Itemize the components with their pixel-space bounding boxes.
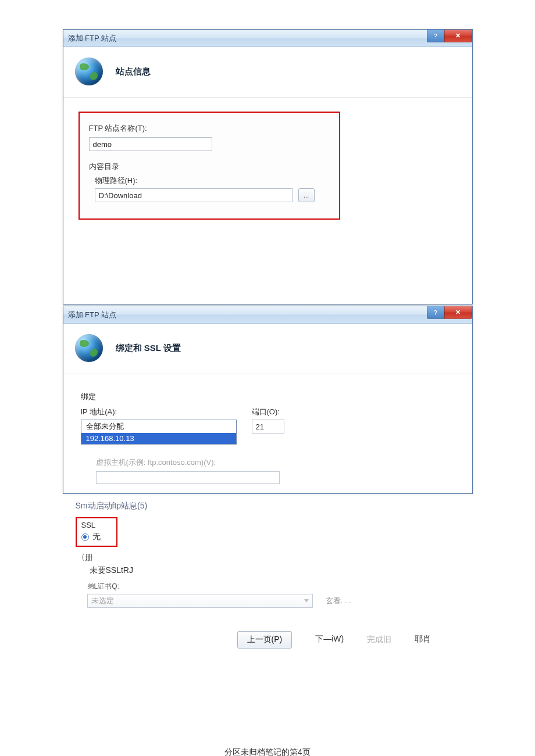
dialog-ftp-site-info: 添加 FTP 站点 ? ✕ 站点信息 FTP 站点名称(T): 内容目录 物理路… xyxy=(63,29,473,304)
dialog-header-1: 站点信息 xyxy=(63,47,472,98)
nav-row: 上一页(P) 下—iW) 完成旧 耶肖 xyxy=(63,631,473,648)
require-ssl-text: 未要SSLtRJ xyxy=(90,565,460,576)
globe-icon xyxy=(75,58,103,85)
fragment-zone: Sm动启动ftp站息(5) SSL 无 〈册 未要SSLtRJ 弟L证书Q: 未… xyxy=(63,501,473,608)
cert-label: 弟L证书Q: xyxy=(87,582,460,592)
radio-icon xyxy=(81,533,89,541)
cert-select[interactable]: 未选定 xyxy=(87,594,313,608)
prev-button[interactable]: 上一页(P) xyxy=(237,631,293,648)
port-input[interactable] xyxy=(252,420,284,433)
header-title-1: 站点信息 xyxy=(116,66,151,77)
site-name-label: FTP 站点名称(T): xyxy=(89,123,330,134)
autostart-text: Sm动启动ftp站息(5) xyxy=(76,501,460,511)
help-button-2[interactable]: ? xyxy=(427,306,444,319)
ssl-none-radio[interactable]: 无 xyxy=(81,532,112,542)
view-text: 玄看. . . xyxy=(326,596,351,606)
cancel-text[interactable]: 耶肖 xyxy=(415,631,431,644)
highlight-box-siteinfo: FTP 站点名称(T): 内容目录 物理路径(H): … xyxy=(79,112,340,220)
header-title-2: 绑定和 SSL 设置 xyxy=(116,343,181,354)
titlebar-2[interactable]: 添加 FTP 站点 ? ✕ xyxy=(63,306,472,324)
window-title: 添加 FTP 站点 xyxy=(68,33,117,44)
dialog-header-2: 绑定和 SSL 设置 xyxy=(63,324,472,374)
finish-text: 完成旧 xyxy=(367,631,391,644)
ip-dropdown-list[interactable]: 全部未分配 192.168.10.13 xyxy=(81,420,237,445)
close-button[interactable]: ✕ xyxy=(444,30,472,42)
window-title-2: 添加 FTP 站点 xyxy=(68,310,117,320)
ip-option-all[interactable]: 全部未分配 xyxy=(81,420,236,433)
next-text[interactable]: 下—iW) xyxy=(315,631,344,644)
page-footer: 分区未归档笔记的第4页 xyxy=(0,747,535,756)
ssl-none-label: 无 xyxy=(92,532,101,542)
ip-label: IP 地址(A): xyxy=(81,407,237,417)
chevron-down-icon xyxy=(304,599,309,603)
virtual-host-input[interactable] xyxy=(96,471,280,484)
fragment-text-1: 〈册 xyxy=(77,553,460,563)
ssl-title: SSL xyxy=(81,521,112,529)
virtual-host-label: 虚拟主机(示例: ftp.contoso.com)(V): xyxy=(96,457,455,468)
help-button[interactable]: ? xyxy=(427,30,444,42)
physical-path-input[interactable] xyxy=(95,188,293,202)
browse-button[interactable]: … xyxy=(298,188,315,202)
ip-option-selected[interactable]: 192.168.10.13 xyxy=(81,433,236,444)
physical-path-label: 物理路径(H): xyxy=(95,175,330,186)
titlebar-1[interactable]: 添加 FTP 站点 ? ✕ xyxy=(63,30,472,47)
cert-select-value: 未选定 xyxy=(91,596,114,606)
globe-icon-2 xyxy=(75,334,103,362)
site-name-input[interactable] xyxy=(89,137,212,151)
port-label: 端口(O): xyxy=(252,407,293,417)
binding-title: 绑定 xyxy=(81,392,455,402)
content-dir-label: 内容目录 xyxy=(89,162,330,172)
close-button-2[interactable]: ✕ xyxy=(444,306,472,319)
dialog-ftp-binding-ssl: 添加 FTP 站点 ? ✕ 绑定和 SSL 设置 绑定 IP 地址(A): xyxy=(63,306,473,494)
highlight-box-ssl: SSL 无 xyxy=(76,517,117,547)
